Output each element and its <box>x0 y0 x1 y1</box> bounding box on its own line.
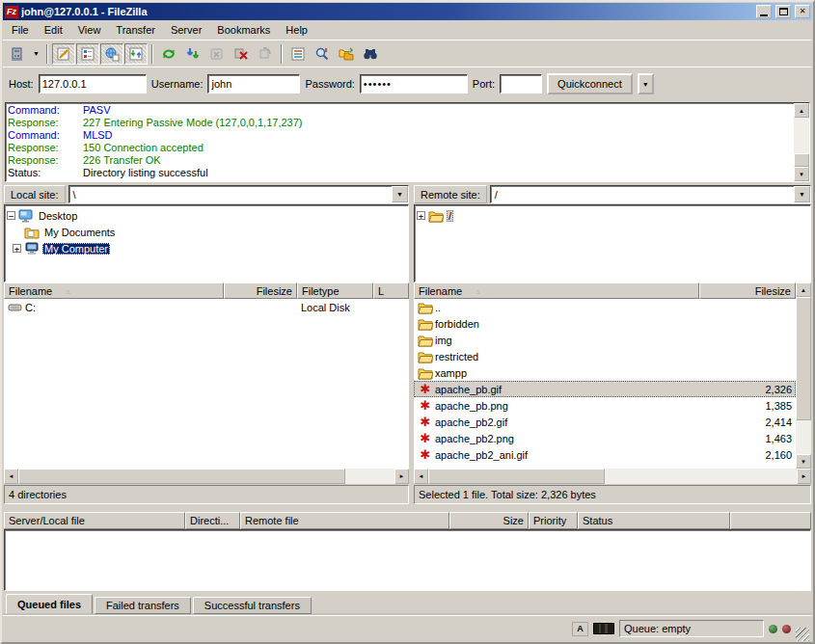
file-row-c-drive[interactable]: C: Local Disk <box>4 299 409 315</box>
resize-grip[interactable] <box>796 628 809 641</box>
tab-failed-transfers[interactable]: Failed transfers <box>95 597 191 614</box>
scroll-right-button[interactable]: ► <box>394 469 409 484</box>
horizontal-splitter[interactable] <box>3 504 812 512</box>
file-size <box>224 299 297 315</box>
status-badge-icon[interactable] <box>593 623 614 634</box>
scroll-thumb[interactable] <box>18 469 345 484</box>
directory-comparison-button[interactable] <box>335 43 358 65</box>
column-server-local-file[interactable]: Server/Local file <box>4 512 185 529</box>
tab-queued-files[interactable]: Queued files <box>6 594 93 614</box>
column-filetype[interactable]: Filetype <box>297 282 373 299</box>
tree-item-root[interactable]: + / <box>417 207 810 224</box>
column-remote-file[interactable]: Remote file <box>240 512 449 529</box>
quickconnect-button[interactable]: Quickconnect <box>547 73 633 94</box>
column-priority[interactable]: Priority <box>529 512 578 529</box>
scroll-thumb[interactable] <box>428 469 605 484</box>
arrow-right-icon: ► <box>399 473 405 479</box>
scroll-left-button[interactable]: ◄ <box>414 469 428 484</box>
site-manager-dropdown-button[interactable]: ▼ <box>30 43 42 65</box>
tree-item-my-documents[interactable]: My Documents <box>7 224 408 240</box>
quickconnect-dropdown-button[interactable]: ▼ <box>638 73 654 94</box>
scroll-thumb[interactable] <box>794 153 809 167</box>
file-row[interactable]: ✱apache_pb.png 1,385 <box>414 397 796 414</box>
toggle-message-log-button[interactable] <box>52 43 75 65</box>
reconnect-icon <box>258 46 273 62</box>
column-status[interactable]: Status <box>578 512 730 529</box>
file-row[interactable]: ✱apache_pb2.png 1,463 <box>414 430 796 446</box>
disconnect-button[interactable] <box>230 43 253 65</box>
local-horizontal-scrollbar[interactable]: ◄ ► <box>4 469 409 484</box>
column-size[interactable]: Size <box>449 512 529 529</box>
cancel-button[interactable] <box>205 43 229 65</box>
tree-item-my-computer[interactable]: + My Computer <box>7 240 408 256</box>
directory-listing-filter-button[interactable] <box>286 43 310 65</box>
username-input[interactable] <box>207 74 300 94</box>
remote-status-bar: Selected 1 file. Total size: 2,326 bytes <box>414 485 811 504</box>
local-pane: Local site: \ ▼ − Desktop <box>4 184 409 504</box>
file-row[interactable]: .. <box>414 299 796 315</box>
column-filesize[interactable]: Filesize <box>699 282 796 299</box>
menu-help[interactable]: Help <box>278 21 315 39</box>
menu-server[interactable]: Server <box>163 21 209 39</box>
reconnect-button[interactable] <box>254 43 277 65</box>
apache-feather-icon: ✱ <box>418 416 433 428</box>
site-manager-button[interactable] <box>6 43 29 65</box>
refresh-button[interactable] <box>157 43 180 65</box>
port-input[interactable] <box>500 74 542 94</box>
toggle-remote-tree-button[interactable] <box>100 43 123 65</box>
remote-vertical-scrollbar[interactable]: ▲ ▼ <box>796 282 811 469</box>
menu-file[interactable]: File <box>4 21 37 39</box>
menu-view[interactable]: View <box>70 21 109 39</box>
column-filename[interactable]: Filename▵ <box>4 282 224 299</box>
column-filesize[interactable]: Filesize <box>224 282 297 299</box>
local-site-combobox[interactable]: \ ▼ <box>68 185 409 203</box>
remote-site-dropdown-button[interactable]: ▼ <box>794 186 810 202</box>
file-row[interactable]: xampp <box>414 364 796 381</box>
process-queue-button[interactable] <box>181 43 204 65</box>
file-name: apache_pb.png <box>435 400 508 412</box>
remote-site-combobox[interactable]: / ▼ <box>490 185 811 203</box>
scroll-up-button[interactable]: ▲ <box>794 103 809 118</box>
toggle-local-tree-button[interactable] <box>76 43 99 65</box>
column-direction[interactable]: Directi... <box>185 512 240 529</box>
column-last-modified[interactable]: L <box>373 282 409 299</box>
collapse-expander[interactable]: − <box>7 211 15 220</box>
remote-horizontal-scrollbar[interactable]: ◄ ► <box>414 469 811 484</box>
expand-expander[interactable]: + <box>417 211 425 220</box>
log-scrollbar[interactable]: ▲ ▼ <box>794 103 809 181</box>
tab-successful-transfers[interactable]: Successful transfers <box>193 597 312 614</box>
close-button[interactable]: ✕ <box>795 5 810 18</box>
scroll-thumb[interactable] <box>796 297 811 420</box>
minimize-button[interactable] <box>756 5 772 18</box>
file-row[interactable]: img <box>414 332 796 348</box>
local-site-dropdown-button[interactable]: ▼ <box>392 186 408 202</box>
menu-bookmarks[interactable]: Bookmarks <box>209 21 278 39</box>
scroll-right-button[interactable]: ► <box>797 469 811 484</box>
host-input[interactable] <box>39 74 147 94</box>
file-size: 2,414 <box>699 414 796 430</box>
file-row[interactable]: ✱apache_pb2.gif 2,414 <box>414 414 796 430</box>
scroll-down-button[interactable]: ▼ <box>796 454 811 469</box>
file-row[interactable]: ✱apache_pb2_ani.gif 2,160 <box>414 446 796 463</box>
column-filename[interactable]: Filename▵ <box>414 282 699 299</box>
message-log-panel: Command:PASV Response:227 Entering Passi… <box>3 100 812 184</box>
scroll-left-button[interactable]: ◄ <box>4 469 18 484</box>
file-row[interactable]: forbidden <box>414 315 796 332</box>
menu-transfer[interactable]: Transfer <box>108 21 163 39</box>
menu-edit[interactable]: Edit <box>37 21 70 39</box>
file-name: apache_pb2.gif <box>435 416 507 428</box>
toggle-transfer-queue-button[interactable] <box>124 43 148 65</box>
scroll-down-button[interactable]: ▼ <box>794 167 809 181</box>
synchronized-browsing-button[interactable] <box>359 43 382 65</box>
tree-item-desktop[interactable]: − Desktop <box>7 207 408 224</box>
scroll-up-button[interactable]: ▲ <box>796 282 811 297</box>
file-row-selected[interactable]: ✱apache_pb.gif 2,326 <box>414 381 796 397</box>
expand-expander[interactable]: + <box>13 244 21 253</box>
transfer-type-icon[interactable]: A <box>572 622 588 636</box>
maximize-button[interactable] <box>775 5 791 18</box>
file-search-button[interactable] <box>311 43 334 65</box>
titlebar[interactable]: Fz john@127.0.0.1 - FileZilla ✕ <box>3 3 812 20</box>
file-row[interactable]: restricted <box>414 348 796 364</box>
queue-list[interactable] <box>4 529 811 591</box>
password-input[interactable] <box>360 74 468 94</box>
